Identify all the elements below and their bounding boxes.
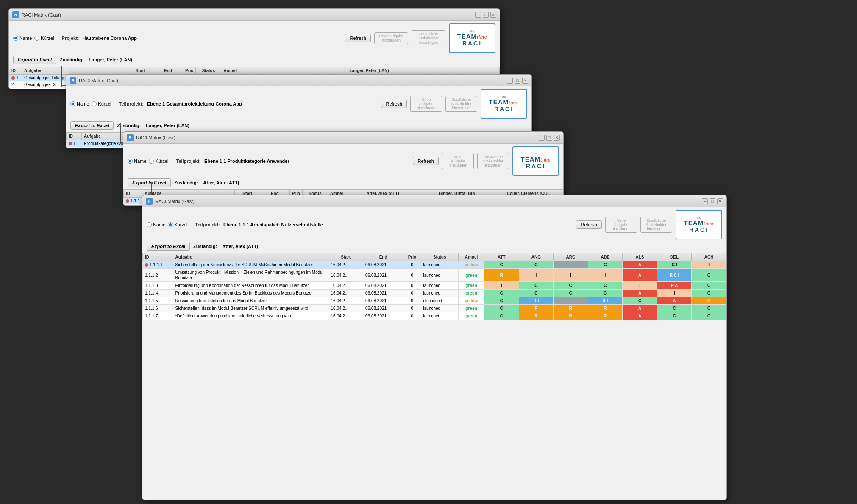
col-prio-1: Prio bbox=[183, 67, 196, 75]
raci-cell: A bbox=[623, 261, 657, 269]
radio-group-1: Name Kürzel bbox=[13, 36, 54, 41]
maximize-btn-4[interactable]: □ bbox=[710, 198, 715, 204]
export-btn-1[interactable]: Export to Excel bbox=[13, 56, 56, 64]
col-end-1: End bbox=[153, 67, 183, 75]
maximize-btn-3[interactable]: □ bbox=[546, 135, 552, 141]
table-row[interactable]: 1.1.1.6 Sicherstellen, dass im Modul Ben… bbox=[143, 305, 726, 312]
neue-aufgabe-btn-1[interactable]: Neue Aufgabe hinzufügen bbox=[374, 32, 408, 44]
radio-group-2: Name Kürzel bbox=[70, 101, 111, 106]
refresh-btn-2[interactable]: Refresh bbox=[381, 100, 407, 108]
toolbar-row1-w4: Name Kürzel Teilprojekt: Ebene 1.1.1 Arb… bbox=[142, 207, 726, 241]
col-person-1: Langer, Peter (LAN) bbox=[239, 67, 500, 75]
close-btn-2[interactable]: ✕ bbox=[522, 78, 528, 84]
col-start-4: Start bbox=[328, 253, 363, 261]
raci-cell: C bbox=[484, 297, 519, 305]
col-id-3: ID bbox=[124, 190, 142, 198]
radio-kurzel-3[interactable]: Kürzel bbox=[149, 159, 168, 164]
red-dot bbox=[126, 199, 129, 203]
refresh-btn-3[interactable]: Refresh bbox=[413, 157, 439, 165]
radio-name-2[interactable]: Name bbox=[70, 101, 89, 106]
raci-cell: I bbox=[519, 269, 554, 282]
radio-name-circle-1 bbox=[13, 36, 18, 41]
raci-cell bbox=[554, 261, 588, 269]
logo-1: it's TEAMtime RACI bbox=[449, 23, 495, 53]
table-4: ID Aufgabe Start End Prio Status Ampel A… bbox=[142, 253, 726, 320]
raci-cell: C bbox=[588, 290, 623, 297]
title-bar-1: R RACI Matrix (Gast) ─ □ ✕ bbox=[9, 9, 500, 21]
red-dot bbox=[145, 263, 148, 267]
toolbar-row1-w2: Name Kürzel Teilprojekt: Ebene 1 Gesamtp… bbox=[66, 86, 531, 120]
neue-aufgabe-btn-2[interactable]: Neue Aufgabe hinzufügen bbox=[410, 96, 442, 112]
col-ach-4: ACH bbox=[692, 253, 726, 261]
col-id-2: ID bbox=[67, 133, 82, 140]
refresh-btn-4[interactable]: Refresh bbox=[576, 220, 602, 229]
raci-cell: R C I bbox=[657, 269, 692, 282]
raci-cell: I bbox=[588, 269, 623, 282]
table-row[interactable]: 1.1.1.1 Sicherstellung der Konsistenz al… bbox=[143, 261, 726, 269]
table-row[interactable]: 1.1.1.2 Umsetzung von Produkt - Mission,… bbox=[143, 269, 726, 282]
neue-aufgabe-btn-3[interactable]: Neue Aufgabe hinzufügen bbox=[442, 153, 474, 169]
raci-cell: C bbox=[519, 282, 554, 290]
refresh-btn-1[interactable]: Refresh bbox=[345, 34, 371, 42]
table-row[interactable]: 1.1.1.3 Einforderung und Koordination de… bbox=[143, 282, 726, 290]
raci-cell: I bbox=[623, 282, 657, 290]
radio-name-circle-2 bbox=[70, 101, 75, 106]
radio-name-1[interactable]: Name bbox=[13, 36, 32, 41]
raci-cell: A bbox=[657, 297, 692, 305]
logo-2: it's TEAMtime RACI bbox=[481, 89, 527, 119]
export-btn-2[interactable]: Export to Excel bbox=[70, 121, 114, 130]
zusatzliche-btn-1[interactable]: Zusätzliche Stakeholder hinzufügen bbox=[412, 30, 445, 46]
minimize-btn-4[interactable]: ─ bbox=[702, 198, 708, 204]
minimize-btn-2[interactable]: ─ bbox=[507, 78, 513, 84]
raci-cell: C bbox=[657, 312, 692, 320]
radio-kurzel-2[interactable]: Kürzel bbox=[92, 101, 111, 106]
radio-kurzel-4[interactable]: Kürzel bbox=[168, 222, 187, 227]
raci-cell: C bbox=[519, 290, 554, 297]
close-btn-3[interactable]: ✕ bbox=[554, 135, 560, 141]
raci-cell: R I bbox=[519, 297, 554, 305]
table-row[interactable]: 1.1.1.4 Priorisierung und Management des… bbox=[143, 290, 726, 297]
maximize-btn-2[interactable]: □ bbox=[515, 78, 520, 84]
maximize-btn-1[interactable]: □ bbox=[483, 12, 489, 18]
export-btn-3[interactable]: Export to Excel bbox=[128, 178, 171, 187]
project-info-2: Teilprojekt: Ebene 1 Gesamtprojektleitun… bbox=[119, 101, 242, 106]
red-dot bbox=[11, 76, 15, 80]
raci-cell: A bbox=[623, 305, 657, 312]
raci-cell: C bbox=[692, 282, 726, 290]
col-aufgabe-4: Aufgabe bbox=[173, 253, 328, 261]
raci-cell: C bbox=[484, 305, 519, 312]
col-id-4: ID bbox=[143, 253, 173, 261]
raci-cell: C bbox=[588, 282, 623, 290]
raci-cell: R bbox=[692, 297, 726, 305]
close-btn-1[interactable]: ✕ bbox=[490, 12, 496, 18]
minimize-btn-1[interactable]: ─ bbox=[475, 12, 481, 18]
radio-name-4[interactable]: Name bbox=[147, 222, 165, 227]
raci-cell: I bbox=[554, 269, 588, 282]
radio-kurzel-circle-3 bbox=[149, 159, 154, 164]
title-bar-3: R RACI Matrix (Gast) ─ □ ✕ bbox=[123, 132, 563, 144]
raci-cell: I bbox=[657, 290, 692, 297]
minimize-btn-3[interactable]: ─ bbox=[539, 135, 545, 141]
raci-cell: R bbox=[554, 305, 588, 312]
radio-name-3[interactable]: Name bbox=[128, 159, 146, 164]
radio-group-4: Name Kürzel bbox=[147, 222, 188, 227]
radio-kurzel-circle-2 bbox=[92, 101, 97, 106]
neue-aufgabe-btn-4[interactable]: Neue Aufgabe hinzufügen bbox=[605, 217, 637, 233]
col-start-1: Start bbox=[128, 67, 153, 75]
table-row[interactable]: 1.1.1.5 Ressourcen bereitstellen für das… bbox=[143, 297, 726, 305]
raci-cell: C bbox=[692, 269, 726, 282]
toolbar-row2-w3: Export to Excel Zuständig: Atter, Alex (… bbox=[123, 177, 563, 189]
close-btn-4[interactable]: ✕ bbox=[717, 198, 723, 204]
zusatzliche-btn-4[interactable]: Zusätzliche Stakeholder hinzufügen bbox=[640, 217, 672, 233]
raci-cell: C bbox=[692, 290, 726, 297]
radio-kurzel-1[interactable]: Kürzel bbox=[34, 36, 54, 41]
zusatzliche-btn-3[interactable]: Zusätzliche Stakeholder hinzufügen bbox=[477, 153, 509, 169]
raci-cell: R A bbox=[657, 282, 692, 290]
raci-cell: A bbox=[623, 312, 657, 320]
col-als-4: ALS bbox=[623, 253, 657, 261]
table-row[interactable]: 1.1.1.7 *Definition, Anwendung und konti… bbox=[143, 312, 726, 320]
export-btn-4[interactable]: Export to Excel bbox=[147, 242, 190, 251]
app-icon-2: R bbox=[70, 77, 76, 84]
zusatzliche-btn-2[interactable]: Zusätzliche Stakeholder hinzufügen bbox=[445, 96, 477, 112]
project-info-3: Teilprojekt: Ebene 1.1 Produktkategorie … bbox=[176, 159, 289, 164]
